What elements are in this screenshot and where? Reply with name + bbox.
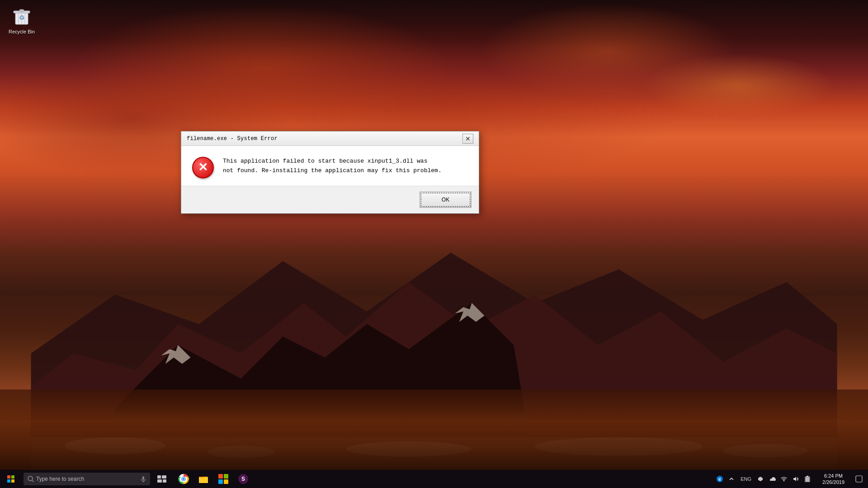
svg-rect-26 [157,475,161,479]
tray-volume-icon[interactable] [791,474,800,483]
slack-app[interactable]: S [233,470,253,488]
svg-line-22 [32,480,34,482]
edge-icon: e [716,475,723,483]
win-logo-blue [7,479,10,483]
chrome-app[interactable] [174,470,193,488]
win-logo-green [11,475,14,479]
volume-icon [793,476,799,482]
error-icon-circle: ✕ [192,157,214,178]
start-button[interactable] [0,470,22,488]
recycle-bin-icon[interactable]: ♻ Recycle Bin [4,4,40,37]
file-explorer-app[interactable] [193,470,213,488]
svg-rect-35 [199,478,208,483]
task-view-icon [157,475,166,483]
file-explorer-icon [198,474,209,484]
dialog-footer: OK [181,186,479,213]
tray-language-icon[interactable]: ENG [739,474,753,483]
svg-rect-51 [806,477,809,482]
tray-dropbox-icon[interactable] [756,474,765,483]
win-logo-red [7,475,10,479]
svg-point-33 [183,478,185,480]
language-label: ENG [741,476,751,482]
error-dialog: filename.exe - System Error ✕ ✕ This app… [181,131,479,214]
svg-rect-16 [19,9,24,12]
microphone-icon [140,476,146,482]
tray-clock[interactable]: 6:24 PM 2/26/2019 [817,470,850,488]
tray-network-icon[interactable] [779,474,788,483]
svg-point-21 [28,476,33,481]
taskbar-apps: S [174,470,253,488]
notification-icon [855,475,863,483]
tray-icons-group: e ENG [710,474,817,483]
error-x-mark: ✕ [198,161,208,173]
search-icon [27,475,34,483]
svg-rect-36 [218,474,223,479]
svg-rect-27 [162,475,166,479]
svg-text:S: S [241,476,245,482]
clock-date: 2/26/2019 [822,479,844,485]
system-tray: e ENG [710,470,868,488]
dialog-content: ✕ This application failed to start becau… [181,146,479,186]
svg-text:e: e [718,477,721,482]
svg-marker-48 [793,477,796,481]
slack-icon: S [238,474,249,484]
tray-edge-icon[interactable]: e [715,474,724,483]
onedrive-icon [769,476,776,482]
task-view-button[interactable] [152,470,172,488]
dialog-title: filename.exe - System Error [187,136,462,142]
notification-center-button[interactable] [850,470,868,488]
desktop: ♻ Recycle Bin filename.exe - System Erro… [0,0,868,488]
svg-rect-52 [856,476,862,482]
dialog-titlebar[interactable]: filename.exe - System Error ✕ [181,131,479,146]
chrome-icon [178,474,189,484]
svg-rect-29 [163,479,166,483]
recycle-bin-label: Recycle Bin [9,29,35,35]
taskbar-search-bar[interactable]: Type here to search [24,473,150,485]
chevron-up-icon [729,477,734,481]
tray-onedrive-icon[interactable] [768,474,777,483]
svg-rect-28 [157,479,162,483]
error-icon: ✕ [192,157,214,178]
ms-store-app[interactable] [213,470,233,488]
tray-power-icon[interactable] [803,474,812,483]
svg-rect-50 [807,476,808,477]
dialog-close-button[interactable]: ✕ [462,134,473,144]
dialog-ok-button[interactable]: OK [420,192,472,208]
search-placeholder-text: Type here to search [36,476,84,482]
battery-icon [805,476,810,482]
error-message: This application failed to start because… [223,157,468,176]
clock-time: 6:24 PM [824,473,843,479]
ms-store-icon [218,474,229,484]
water-reflection [0,389,868,471]
svg-rect-23 [142,476,144,480]
taskbar: Type here to search [0,470,868,488]
recycle-bin-svg: ♻ [13,6,31,26]
svg-rect-39 [224,479,228,484]
svg-rect-38 [218,479,223,484]
tray-chevron-button[interactable] [727,474,736,483]
windows-logo-icon [7,475,14,483]
wifi-icon [781,476,787,482]
recycle-bin-image: ♻ [11,5,33,27]
svg-rect-37 [224,474,228,479]
svg-point-47 [783,480,784,481]
win-logo-yellow [11,479,14,483]
dropbox-icon [757,476,764,482]
